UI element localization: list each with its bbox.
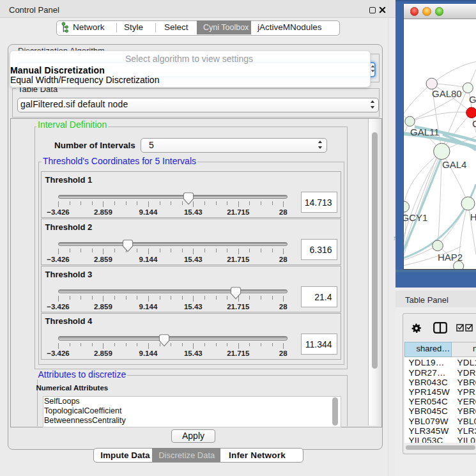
svg-text:GAL11: GAL11: [410, 127, 440, 137]
svg-text:C: C: [472, 118, 476, 128]
svg-text:GCY1: GCY1: [404, 211, 427, 222]
svg-text:GA: GA: [469, 93, 476, 104]
svg-text:H: H: [470, 211, 476, 222]
svg-text:GAL80: GAL80: [432, 88, 462, 98]
svg-text:GAL4: GAL4: [442, 159, 466, 170]
svg-text:HAP2: HAP2: [438, 251, 463, 262]
